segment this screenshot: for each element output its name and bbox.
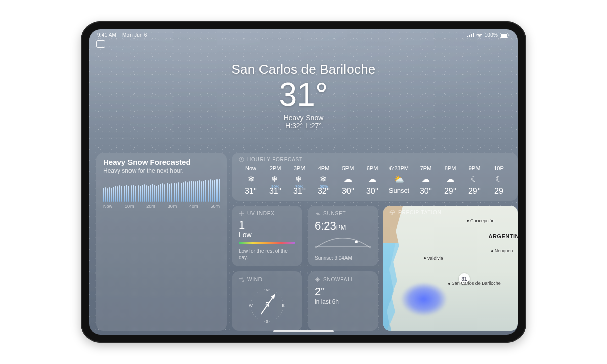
svg-text:S: S <box>266 319 268 324</box>
sunset-header: SUNSET <box>315 211 371 216</box>
hour-item: Now❄︎31° <box>239 165 263 196</box>
snow-icon: ❄︎80% <box>271 174 279 184</box>
status-time: 9:41 AM <box>97 32 116 38</box>
svg-text:E: E <box>282 303 284 308</box>
battery-text: 100% <box>485 32 498 38</box>
cloud-icon: ☁︎ <box>368 174 376 184</box>
hour-item: 10P☾29 <box>487 165 511 196</box>
uv-value: 1 <box>239 219 295 231</box>
high-low: H:32° L:27° <box>89 122 518 130</box>
pcloud-night-icon: ☁︎ <box>422 174 430 184</box>
svg-point-15 <box>355 240 358 243</box>
snowfall-period: in last 6h <box>315 298 371 305</box>
wind-value: 5 <box>265 301 269 308</box>
svg-line-11 <box>243 212 243 212</box>
precip-map[interactable]: 31 ConcepciónNeuquénValdiviaSan Carlos d… <box>383 206 518 331</box>
pcloud-night-icon: ☁︎ <box>446 174 454 184</box>
map-city-label: Valdivia <box>424 256 443 261</box>
sun-icon <box>239 211 244 216</box>
current-temperature: 31° <box>89 78 518 111</box>
location-name: San Carlos de Bariloche <box>89 62 518 77</box>
hourly-forecast-card[interactable]: HOURLY FORECAST Now❄︎31°2PM❄︎80%31°3PM❄︎… <box>232 153 518 201</box>
precipitation-map-card[interactable]: PRECIPITATION 31 ConcepciónNeuquénValdiv… <box>383 206 518 331</box>
wifi-icon <box>476 33 483 38</box>
sun-arc <box>315 235 371 252</box>
snow-icon: ❄︎70% <box>295 174 304 184</box>
hourly-scroller[interactable]: Now❄︎31°2PM❄︎80%31°3PM❄︎70%31°4PM❄︎50%32… <box>239 165 511 196</box>
cellular-icon <box>467 33 474 37</box>
detail-grid: Heavy Snow Forecasted Heavy snow for the… <box>96 153 511 335</box>
hour-item: 7PM☁︎30° <box>414 165 438 196</box>
hour-item: 4PM❄︎50%32° <box>312 165 336 196</box>
svg-text:N: N <box>266 288 269 292</box>
uv-desc: Low for the rest of the day. <box>239 248 295 261</box>
hour-item: 9PM☾29° <box>462 165 487 196</box>
precip-axis: Now10m20m30m40m50m <box>103 204 220 209</box>
statusbar-left: 9:41 AM Mon Jun 6 <box>97 32 147 38</box>
precip-subtitle: Heavy snow for the next hour. <box>103 167 220 174</box>
wind-header: WIND <box>239 277 295 282</box>
moon-icon: ☾ <box>471 174 478 184</box>
current-condition: Heavy Snow <box>89 114 518 122</box>
sunset-icon: ⛅ <box>394 174 404 184</box>
snowfall-amount: 2" <box>315 285 371 298</box>
status-date: Mon Jun 6 <box>122 32 147 38</box>
ipad-device-frame: 9:41 AM Mon Jun 6 100% San Carlos de Bar… <box>81 21 526 343</box>
svg-text:W: W <box>249 303 253 308</box>
svg-line-12 <box>240 215 240 215</box>
snowflake-icon <box>315 277 320 282</box>
snow-icon: ❄︎50% <box>320 174 328 184</box>
snowfall-header: SNOWFALL <box>315 277 371 282</box>
right-column: HOURLY FORECAST Now❄︎31°2PM❄︎80%31°3PM❄︎… <box>232 153 518 331</box>
uv-level: Low <box>239 231 295 239</box>
battery-icon <box>500 33 510 38</box>
hour-item: 3PM❄︎70%31° <box>287 165 312 196</box>
next-hour-precip-card[interactable]: Heavy Snow Forecasted Heavy snow for the… <box>96 153 227 331</box>
map-city-label: San Carlos de Bariloche <box>448 281 501 286</box>
hour-item: 8PM☁︎29° <box>438 165 462 196</box>
moon-icon: ☾ <box>495 174 502 184</box>
statusbar: 9:41 AM Mon Jun 6 100% <box>89 32 518 38</box>
snowfall-card[interactable]: SNOWFALL 2" in last 6h <box>308 271 378 331</box>
hour-item: 6PM☁︎30° <box>360 165 384 196</box>
home-indicator[interactable] <box>273 330 334 332</box>
svg-rect-1 <box>501 34 507 37</box>
weather-app-screen: 9:41 AM Mon Jun 6 100% San Carlos de Bar… <box>89 29 518 335</box>
cloud-icon: ☁︎ <box>344 174 352 184</box>
hour-item: 2PM❄︎80%31° <box>263 165 287 196</box>
sunset-time: 6:23PM <box>315 219 371 233</box>
clock-icon <box>239 157 244 162</box>
current-conditions: San Carlos de Bariloche 31° Heavy Snow H… <box>89 62 518 130</box>
precip-title: Heavy Snow Forecasted <box>103 158 220 166</box>
uv-gradient <box>239 242 295 244</box>
wind-icon <box>239 277 244 282</box>
map-city-label: Concepción <box>467 218 495 223</box>
small-card-grid: UV INDEX 1 Low Low for the rest of the d… <box>232 206 518 331</box>
svg-line-9 <box>240 212 240 212</box>
umbrella-icon <box>389 210 395 215</box>
hourly-header: HOURLY FORECAST <box>239 157 511 162</box>
sunrise-label: Sunrise: 9:04AM <box>315 255 371 261</box>
map-country-label: ARGENTIN <box>488 233 518 239</box>
svg-point-4 <box>240 212 242 214</box>
statusbar-right: 100% <box>467 32 510 38</box>
wind-card[interactable]: WIND N S E W <box>232 271 302 331</box>
precip-map-header: PRECIPITATION <box>389 210 442 215</box>
hour-item: 5PM☁︎30° <box>336 165 360 196</box>
uv-header: UV INDEX <box>239 211 295 216</box>
sidebar-toggle-button[interactable] <box>96 40 105 48</box>
sunset-icon <box>315 211 320 216</box>
map-city-label: Neuquén <box>491 248 513 253</box>
uv-index-card[interactable]: UV INDEX 1 Low Low for the rest of the d… <box>232 206 302 266</box>
compass: N S E W 5 <box>247 285 287 326</box>
svg-point-13 <box>317 213 319 215</box>
svg-line-10 <box>243 215 243 215</box>
snow-icon: ❄︎ <box>248 174 254 184</box>
sunset-card[interactable]: SUNSET 6:23PM Sunrise: 9:04AM <box>308 206 378 266</box>
svg-rect-2 <box>509 34 510 36</box>
hour-item: 6:23PM⛅Sunset <box>384 165 414 196</box>
precip-bars <box>103 178 220 202</box>
